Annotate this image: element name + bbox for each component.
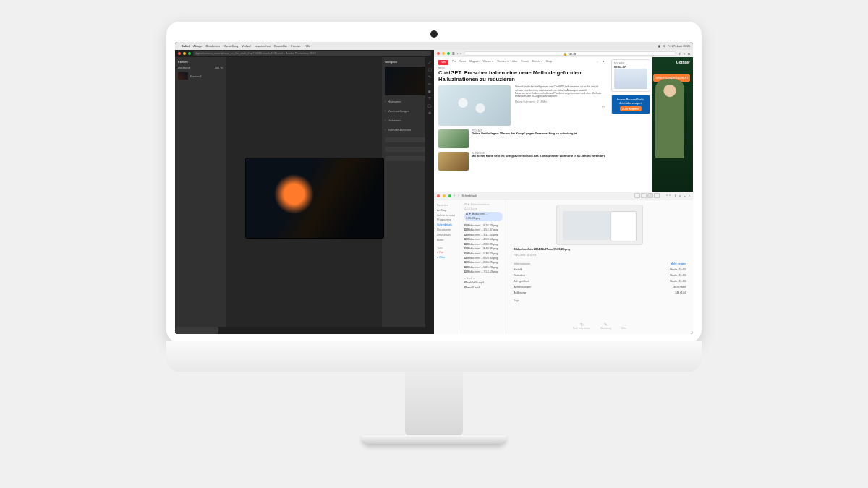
forward-icon[interactable]: › [460, 52, 461, 56]
menubar-app-name[interactable]: Safari [182, 44, 190, 48]
menu-item[interactable]: Verlauf [242, 44, 250, 48]
file-row[interactable]: Bildschirmf…7.53.53.png [464, 270, 503, 274]
share-icon[interactable]: ⇪ [674, 194, 676, 197]
nav-item[interactable]: News [459, 60, 466, 65]
battery-icon[interactable]: ▮ [658, 44, 660, 48]
sidebar-tag[interactable]: Blau [437, 255, 458, 260]
control-center-icon[interactable]: ⊟ [663, 44, 665, 48]
nav-item[interactable]: Pro [452, 60, 456, 65]
nav-item[interactable]: Shop [546, 60, 552, 65]
zoom-icon[interactable] [448, 194, 451, 197]
skyscraper-ad[interactable]: Gothaer WENN KI SCHADENSGUTACHT [652, 57, 693, 192]
menu-item[interactable]: Entwickler [274, 44, 287, 48]
canvas-area[interactable] [226, 57, 382, 327]
search-icon[interactable]: ⌕ [689, 194, 690, 197]
layer-row[interactable]: Kurven 1 [178, 72, 223, 80]
tool-icon[interactable]: ✂ [428, 82, 431, 86]
file-row[interactable]: ▼ Bildschirm… · 3.05.23.png [464, 212, 503, 221]
sidebar-item[interactable]: Zuletzt benutzt [437, 213, 458, 218]
story-title[interactable]: Grüne Geldanlagen: Warum der Kampf gegen… [472, 132, 605, 136]
preset-button[interactable] [385, 137, 431, 142]
ad-cta-button[interactable]: Zum Angebot [620, 106, 642, 111]
nav-item[interactable]: Themen ▾ [497, 60, 509, 65]
nav-item[interactable]: Magazin [469, 60, 479, 65]
back-icon[interactable]: ‹ [457, 52, 458, 56]
share-icon[interactable]: ⇪ [678, 52, 681, 56]
zoom-icon[interactable] [447, 52, 450, 55]
view-switcher[interactable] [634, 193, 660, 198]
tag-icon[interactable]: ⌂ [679, 194, 681, 197]
newtab-icon[interactable]: ＋ [683, 52, 686, 56]
ad-bavaria[interactable]: Immer BavariaDirekt. Jetzt überzeugen! Z… [611, 95, 650, 114]
action-icon[interactable]: ⌄ [684, 194, 686, 197]
nav-item[interactable]: Firmen [521, 60, 529, 65]
nav-item[interactable]: Events ▾ [532, 60, 542, 65]
story-thumb[interactable] [438, 129, 469, 148]
sidebar-item[interactable]: Downloads [437, 233, 458, 238]
story-thumb[interactable] [438, 152, 469, 171]
story-title[interactable]: Mit dieser Karte seht ihr, wie gravieren… [472, 155, 605, 158]
site-logo[interactable]: t3n [438, 60, 448, 65]
forward-icon[interactable]: › [458, 194, 459, 197]
article-headline[interactable]: ChatGPT: Forscher haben eine neue Method… [438, 70, 605, 82]
tool-icon[interactable]: ◫ [428, 67, 432, 72]
minimize-icon[interactable] [183, 52, 186, 55]
nav-item[interactable]: Jobs [512, 60, 517, 65]
close-icon[interactable] [437, 194, 440, 197]
address-bar[interactable]: 🔒 t3n.de [464, 51, 676, 56]
menu-item[interactable]: Ablage [193, 44, 202, 48]
menu-item[interactable]: Hilfe [305, 44, 310, 48]
panel-section[interactable]: Schnelle Aktionen [385, 127, 431, 133]
nav-item[interactable]: Wissen ▾ [482, 60, 493, 65]
file-row[interactable]: Bildschirmf…8.40.06.png [464, 247, 503, 251]
minimize-icon[interactable] [443, 194, 446, 197]
sidebar-item[interactable]: Bilder [437, 238, 458, 243]
file-row[interactable]: Bildschirmf…4.59.54.png [464, 237, 503, 241]
menubar-clock[interactable]: Fr. 27. Juni 15:05 [668, 44, 690, 48]
tool-icon[interactable]: ✥ [428, 111, 431, 115]
search-icon[interactable]: ⌕ [597, 60, 598, 65]
user-icon[interactable]: ☻ [602, 60, 605, 65]
panel-section[interactable]: Voreinstellungen [385, 108, 431, 114]
opacity-value[interactable]: 100 % [215, 66, 223, 69]
sidebar-item[interactable]: Schreibtisch [437, 223, 458, 228]
show-more-link[interactable]: Mehr zeigen [671, 262, 686, 265]
zoom-indicator[interactable] [175, 327, 218, 334]
close-icon[interactable] [437, 52, 440, 55]
tool-icon[interactable]: ◯ [427, 103, 432, 108]
menu-item[interactable]: Darstellung [224, 44, 238, 48]
file-row[interactable]: Bildschirmf…1.52.47.png [464, 228, 503, 232]
group-icon[interactable]: ⋮⋮ [665, 194, 671, 197]
tabs-icon[interactable]: ⧉ [688, 52, 690, 56]
ad-countdown[interactable]: NOCH BIS 09:04:47 [611, 59, 650, 92]
menu-item[interactable]: Bearbeiten [206, 44, 220, 48]
minimize-icon[interactable] [442, 52, 445, 55]
bookmark-icon[interactable]: ☐ [515, 106, 605, 109]
sidebar-item[interactable]: AirDrop [437, 208, 458, 213]
zoom-icon[interactable] [188, 52, 191, 55]
tool-icon[interactable]: ◐ [428, 89, 431, 93]
preview-image[interactable]: ↖ [556, 205, 643, 245]
sidebar-item[interactable]: Dokumente [437, 228, 458, 233]
panel-section[interactable]: Histogram [385, 98, 431, 105]
qa-rotate[interactable]: ↻Nach links drehen [573, 322, 590, 330]
menu-item[interactable]: Fenster [291, 44, 301, 48]
preset-button[interactable] [385, 147, 431, 152]
sidebar-tag[interactable]: Rot [437, 250, 458, 255]
article-hero-image[interactable] [438, 85, 511, 126]
menu-item[interactable]: Lesezeichen [255, 44, 271, 48]
sidebar-item[interactable]: Programme [437, 218, 458, 223]
tool-icon[interactable]: ✎ [428, 74, 431, 79]
preset-button[interactable] [385, 156, 431, 161]
tool-icon[interactable]: T [428, 96, 430, 100]
navigator-thumbnail[interactable] [385, 67, 431, 95]
file-group[interactable]: ▼ Bildschirmfotos · 4.5.24.png [464, 202, 503, 212]
panel-section[interactable]: Umkehren [385, 117, 431, 124]
qa-more[interactable]: ⋯Mehr [621, 322, 626, 330]
close-icon[interactable] [178, 52, 181, 55]
back-icon[interactable]: ‹ [454, 194, 455, 197]
file-row[interactable]: Bildschirmf…8.06.25.png [464, 260, 503, 265]
tool-icon[interactable]: ⤢ [428, 60, 431, 64]
qa-markup[interactable]: ✎Markierung [600, 322, 611, 330]
file-row[interactable]: mail3.mp4 [464, 286, 503, 290]
